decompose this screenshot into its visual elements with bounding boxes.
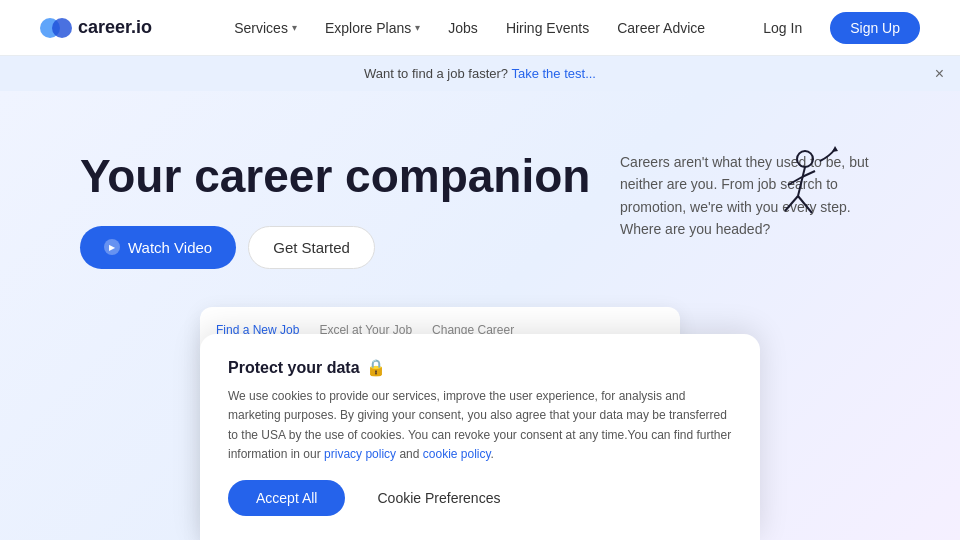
- signup-button[interactable]: Sign Up: [830, 12, 920, 44]
- cookie-policy-link[interactable]: cookie policy: [423, 447, 491, 461]
- accept-all-button[interactable]: Accept All: [228, 480, 345, 516]
- svg-point-2: [797, 151, 813, 167]
- svg-line-6: [788, 177, 802, 185]
- logo-icon: [40, 12, 72, 44]
- hero-left: Your career companion ▶ Watch Video Get …: [80, 141, 600, 299]
- navbar: career.io Services ▾ Explore Plans ▾ Job…: [0, 0, 960, 56]
- lock-icon: 🔒: [366, 358, 386, 377]
- get-started-button[interactable]: Get Started: [248, 226, 375, 269]
- cookie-body-text: We use cookies to provide our services, …: [228, 387, 732, 464]
- logo-text: career.io: [78, 17, 152, 38]
- nav-jobs[interactable]: Jobs: [436, 12, 490, 44]
- login-button[interactable]: Log In: [747, 12, 818, 44]
- cookie-buttons: Accept All Cookie Preferences: [228, 480, 732, 516]
- banner-link[interactable]: Take the test...: [511, 66, 596, 81]
- banner-close-button[interactable]: ×: [935, 65, 944, 83]
- svg-line-3: [798, 167, 805, 196]
- chevron-down-icon: ▾: [292, 22, 297, 33]
- nav-explore-plans[interactable]: Explore Plans ▾: [313, 12, 432, 44]
- notification-banner: Want to find a job faster? Take the test…: [0, 56, 960, 91]
- svg-marker-8: [832, 146, 838, 152]
- banner-text: Want to find a job faster?: [364, 66, 508, 81]
- hero-title: Your career companion: [80, 151, 600, 202]
- cookie-banner: Protect your data 🔒 We use cookies to pr…: [200, 334, 760, 540]
- svg-line-4: [785, 196, 798, 211]
- svg-point-1: [52, 18, 72, 38]
- hero-description: Careers aren't what they used to be, but…: [620, 151, 880, 241]
- hero-buttons: ▶ Watch Video Get Started: [80, 226, 600, 269]
- nav-hiring-events[interactable]: Hiring Events: [494, 12, 601, 44]
- cookie-preferences-button[interactable]: Cookie Preferences: [357, 480, 520, 516]
- nav-services[interactable]: Services ▾: [222, 12, 309, 44]
- nav-career-advice[interactable]: Career Advice: [605, 12, 717, 44]
- play-icon: ▶: [104, 239, 120, 255]
- nav-links: Services ▾ Explore Plans ▾ Jobs Hiring E…: [192, 12, 747, 44]
- svg-line-5: [798, 196, 812, 213]
- watch-video-button[interactable]: ▶ Watch Video: [80, 226, 236, 269]
- logo[interactable]: career.io: [40, 12, 152, 44]
- cookie-title: Protect your data 🔒: [228, 358, 732, 377]
- privacy-policy-link[interactable]: privacy policy: [324, 447, 396, 461]
- illustration: [760, 141, 840, 235]
- chevron-down-icon: ▾: [415, 22, 420, 33]
- nav-right: Log In Sign Up: [747, 12, 920, 44]
